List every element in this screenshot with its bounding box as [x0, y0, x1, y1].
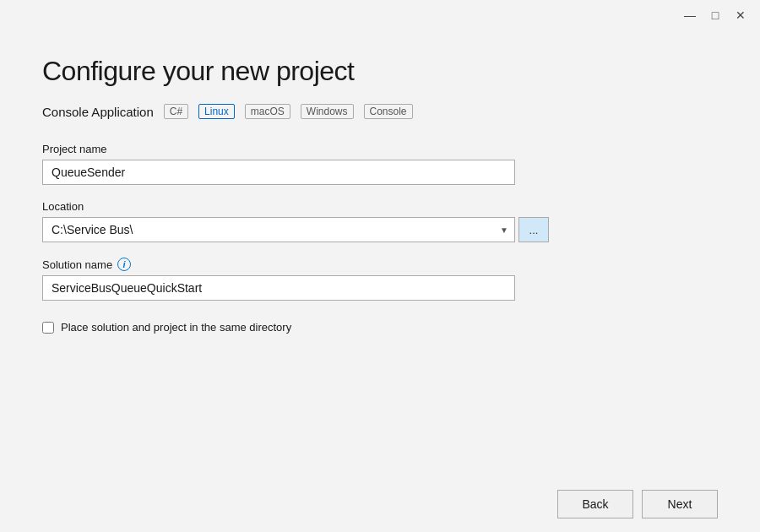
tag-windows: Windows: [301, 104, 354, 119]
title-bar: — □ ✕: [0, 0, 760, 30]
back-button[interactable]: Back: [557, 490, 633, 518]
page-title: Configure your new project: [42, 56, 718, 87]
project-name-input[interactable]: [42, 160, 515, 185]
tag-macos: macOS: [245, 104, 290, 119]
maximize-button[interactable]: □: [706, 6, 725, 24]
solution-name-label-row: Solution name i: [42, 258, 718, 271]
app-type-label: Console Application: [42, 105, 154, 119]
same-directory-row: Place solution and project in the same d…: [42, 321, 718, 334]
title-bar-controls: — □ ✕: [681, 6, 750, 24]
solution-name-input[interactable]: [42, 275, 515, 301]
location-label: Location: [42, 200, 718, 213]
project-name-field: Project name: [42, 143, 718, 185]
app-type-row: Console Application C# Linux macOS Windo…: [42, 104, 718, 119]
tag-linux: Linux: [198, 104, 235, 119]
solution-name-field: Solution name i: [42, 258, 718, 301]
location-select-wrapper: C:\Service Bus\ ▼: [42, 217, 515, 242]
close-button[interactable]: ✕: [731, 6, 750, 24]
info-icon: i: [117, 258, 131, 271]
browse-button[interactable]: ...: [518, 217, 549, 242]
same-directory-label: Place solution and project in the same d…: [61, 321, 291, 334]
next-button[interactable]: Next: [642, 490, 718, 518]
solution-name-label: Solution name: [42, 258, 112, 271]
window: — □ ✕ Configure your new project Console…: [0, 0, 760, 532]
location-field: Location C:\Service Bus\ ▼ ...: [42, 200, 718, 242]
location-row: C:\Service Bus\ ▼ ...: [42, 217, 718, 242]
minimize-button[interactable]: —: [681, 6, 699, 24]
location-select[interactable]: C:\Service Bus\: [42, 217, 515, 242]
footer: Back Next: [0, 476, 760, 532]
form-section: Project name Location C:\Service Bus\ ▼ …: [42, 143, 718, 459]
tag-console: Console: [364, 104, 413, 119]
same-directory-checkbox[interactable]: [42, 322, 54, 334]
project-name-label: Project name: [42, 143, 718, 155]
tag-csharp: C#: [164, 104, 188, 119]
main-content: Configure your new project Console Appli…: [0, 30, 760, 476]
